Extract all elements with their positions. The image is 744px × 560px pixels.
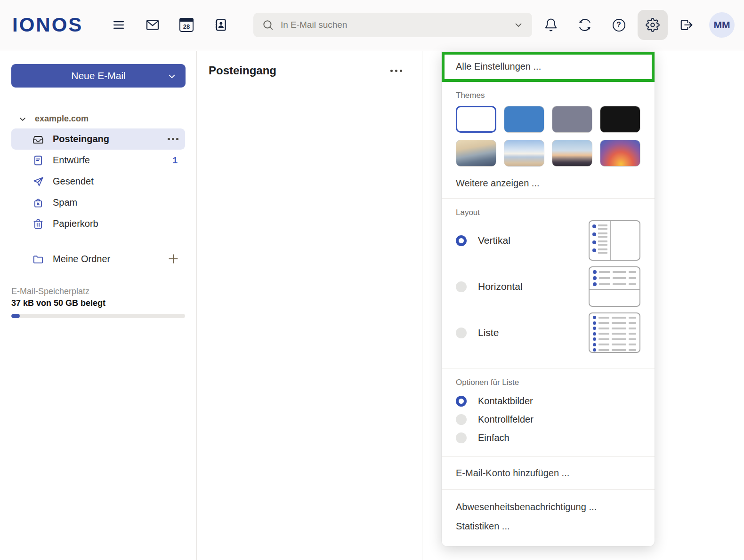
calendar-icon: 28 [179,18,194,32]
out-of-office-link[interactable]: Abwesenheitsbenachrichtigung ... [456,497,640,517]
theme-tile-gray[interactable] [552,106,592,133]
calendar-day: 28 [183,22,190,31]
inbox-icon [32,133,44,145]
account-tree-toggle[interactable]: example.com [18,114,185,124]
menu-button[interactable] [104,10,134,40]
avatar[interactable]: MM [709,12,735,38]
search-options-chevron-icon[interactable] [513,20,524,30]
radio-label: Kontaktbilder [478,396,533,407]
top-bar: IONOS 28 [0,0,744,50]
all-settings-link[interactable]: Alle Einstellungen ... [456,61,541,72]
address-book-icon [213,17,228,32]
new-email-button[interactable]: Neue E-Mail [11,64,186,88]
layout-option-vertikal[interactable]: Vertikal [456,217,640,264]
mail-list-options-ellipsis-icon[interactable] [388,67,405,75]
search-input[interactable] [281,20,513,30]
folder-sidebar: Neue E-Mail example.com Posteingang [0,51,197,560]
list-layout-preview-icon [589,312,640,353]
sidebar-item-entwuerfe[interactable]: Entwürfe 1 [11,150,185,171]
refresh-button[interactable] [570,10,600,40]
theme-tile-blue[interactable] [504,106,544,133]
radio-unselected[interactable] [456,281,467,292]
storage-progress-fill [11,314,20,318]
folder-label: Gesendet [53,176,94,187]
theme-tile-beach-photo[interactable] [504,140,544,167]
list-options-section: Optionen für Liste Kontaktbilder Kontrol… [442,368,655,456]
themes-label: Themes [456,91,640,100]
mail-app-button[interactable] [137,10,168,40]
layout-option-horizontal[interactable]: Horizontal [456,264,640,310]
theme-tile-sunset-gradient[interactable] [600,140,640,167]
theme-tile-city-photo[interactable] [552,140,592,167]
folder-icon [32,253,44,265]
chevron-down-icon [18,114,27,124]
radio-unselected[interactable] [456,432,467,443]
folder-options-ellipsis-icon[interactable] [168,138,178,140]
hamburger-icon [112,18,126,32]
radio-unselected[interactable] [456,414,467,425]
draft-document-icon [32,154,44,167]
folder-label: Spam [53,197,77,208]
sign-out-icon [679,18,694,32]
page-title: Posteingang [209,64,276,77]
folder-label: Meine Ordner [53,254,110,264]
statistics-link[interactable]: Statistiken ... [456,517,640,536]
unread-count-badge: 1 [172,155,178,166]
trash-icon [32,218,44,230]
settings-dropdown: Alle Einstellungen ... Themes Weitere an… [442,52,655,546]
sidebar-item-papierkorb[interactable]: Papierkorb [11,213,185,234]
themes-section: Themes Weitere anzeigen ... [442,81,655,198]
storage-label: E-Mail-Speicherplatz [11,287,185,296]
mail-list-pane: Posteingang [197,51,422,560]
account-name: example.com [35,114,89,124]
envelope-icon [145,17,160,32]
avatar-initials: MM [714,19,730,31]
radio-unselected[interactable] [456,328,467,338]
logout-button[interactable] [671,10,702,40]
calendar-app-button[interactable]: 28 [171,10,202,40]
search-bar[interactable] [253,13,532,37]
radio-label: Kontrollfelder [478,414,534,425]
list-option-kontrollfelder[interactable]: Kontrollfelder [456,410,640,429]
help-button[interactable]: ? [604,10,634,40]
radio-selected[interactable] [456,396,467,407]
list-option-kontaktbilder[interactable]: Kontaktbilder [456,392,640,410]
sidebar-item-posteingang[interactable]: Posteingang [11,128,185,150]
layout-option-liste[interactable]: Liste [456,310,640,356]
sidebar-item-spam[interactable]: Spam [11,192,185,213]
layout-label: Layout [456,208,640,217]
sync-icon [578,18,592,32]
settings-button[interactable] [638,10,668,40]
add-email-account-link[interactable]: E-Mail-Konto hinzufügen ... [456,468,569,479]
help-icon: ? [613,19,625,32]
radio-label: Vertikal [478,235,510,246]
sidebar-item-meine-ordner[interactable]: Meine Ordner [11,248,185,270]
radio-label: Horizontal [478,281,523,292]
radio-selected[interactable] [456,235,467,246]
send-icon [32,176,44,188]
radio-label: Einfach [478,432,509,443]
gear-icon [646,18,660,32]
new-email-label: Neue E-Mail [71,70,126,81]
add-folder-plus-icon[interactable] [167,253,180,266]
theme-tile-light-selected[interactable] [456,106,496,133]
chevron-down-icon[interactable] [167,71,177,81]
horizontal-layout-preview-icon [589,266,640,307]
sidebar-item-gesendet[interactable]: Gesendet [11,171,185,192]
radio-label: Liste [478,327,499,338]
contacts-app-button[interactable] [205,10,235,40]
theme-tile-mountains-photo[interactable] [456,140,496,167]
show-more-themes-link[interactable]: Weitere anzeigen ... [456,178,640,189]
folder-label: Papierkorb [53,218,98,229]
bell-icon [544,18,558,32]
list-option-einfach[interactable]: Einfach [456,429,640,447]
notifications-button[interactable] [536,10,566,40]
theme-tile-black[interactable] [600,106,640,133]
folder-label: Entwürfe [53,155,90,166]
list-options-label: Optionen für Liste [456,378,640,387]
storage-progress-bar [11,314,185,318]
vertical-layout-preview-icon [589,220,640,261]
layout-section: Layout Vertikal Horizontal [442,198,655,368]
storage-usage: 37 kB von 50 GB belegt [11,298,185,308]
folder-label: Posteingang [53,134,109,144]
